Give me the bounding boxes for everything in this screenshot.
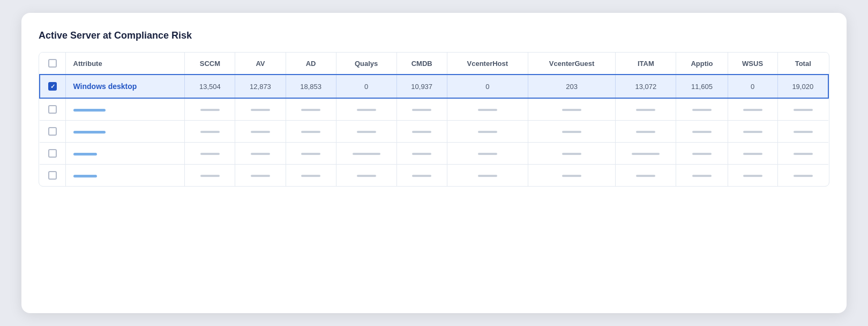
dash-indicator: [743, 131, 762, 133]
table-row[interactable]: [40, 98, 828, 121]
row-dash-cell: [286, 121, 336, 143]
dash-indicator: [562, 153, 581, 155]
table-row[interactable]: [40, 143, 828, 165]
dash-indicator: [636, 175, 655, 177]
dash-indicator: [357, 175, 376, 177]
attribute-bar: [73, 175, 97, 177]
table-row[interactable]: [40, 165, 828, 187]
header-wsus: WSUS: [728, 53, 777, 75]
row-checkbox-cell[interactable]: [40, 143, 65, 165]
dash-indicator: [562, 131, 581, 133]
select-all-checkbox[interactable]: [48, 59, 57, 68]
row-dash-cell: [235, 143, 286, 165]
row-ad-cell: 18,853: [286, 75, 336, 98]
row-dash-cell: [777, 98, 828, 121]
dash-indicator: [692, 109, 712, 111]
row-attribute-cell[interactable]: Windows desktop: [65, 75, 185, 98]
row-sccm-cell: 13,504: [185, 75, 235, 98]
row-dash-cell: [336, 121, 396, 143]
row-checkbox-cell[interactable]: [40, 75, 65, 98]
row-dash-cell: [676, 143, 728, 165]
dash-indicator: [200, 153, 220, 155]
header-qualys: Qualys: [336, 53, 396, 75]
dash-indicator: [562, 175, 581, 177]
header-vcenterhost: VcenterHost: [447, 53, 528, 75]
row-attribute-cell[interactable]: [65, 121, 185, 143]
dash-indicator: [794, 175, 813, 177]
row-dash-cell: [616, 143, 676, 165]
dash-indicator: [357, 131, 376, 133]
row-checkbox-cell[interactable]: [40, 98, 65, 121]
dash-indicator: [636, 131, 655, 133]
row-dash-cell: [396, 143, 447, 165]
row-dash-cell: [286, 98, 336, 121]
row-av-cell: 12,873: [235, 75, 286, 98]
row-dash-cell: [336, 98, 396, 121]
row-dash-cell: [676, 121, 728, 143]
dash-indicator: [478, 131, 497, 133]
row-attribute-cell[interactable]: [65, 143, 185, 165]
row-itam-cell: 13,072: [616, 75, 676, 98]
row-dash-cell: [528, 143, 615, 165]
row-dash-cell: [616, 121, 676, 143]
row-attribute-cell[interactable]: [65, 165, 185, 187]
row-checkbox-unchecked[interactable]: [48, 149, 57, 158]
row-dash-cell: [336, 143, 396, 165]
dash-indicator: [357, 109, 376, 111]
row-dash-cell: [447, 143, 528, 165]
row-dash-cell: [676, 165, 728, 187]
attribute-bar: [73, 131, 106, 134]
dash-indicator: [412, 109, 431, 111]
header-vcenterguest: VcenterGuest: [528, 53, 615, 75]
dash-indicator: [301, 109, 320, 111]
row-dash-cell: [447, 165, 528, 187]
dash-indicator: [301, 131, 320, 133]
row-dash-cell: [185, 165, 235, 187]
row-checkbox-cell[interactable]: [40, 165, 65, 187]
row-checkbox-unchecked[interactable]: [48, 127, 57, 136]
dash-indicator: [692, 153, 712, 155]
attribute-bar: [73, 109, 106, 112]
row-dash-cell: [396, 98, 447, 121]
table-row[interactable]: [40, 121, 828, 143]
row-dash-cell: [396, 121, 447, 143]
row-checkbox-checked[interactable]: [48, 82, 57, 91]
main-card: Active Server at Compliance Risk Attribu…: [21, 13, 847, 313]
row-dash-cell: [728, 98, 777, 121]
dash-indicator: [251, 131, 270, 133]
row-dash-cell: [777, 165, 828, 187]
dash-indicator: [251, 109, 270, 111]
header-total: Total: [777, 53, 828, 75]
dash-indicator: [412, 131, 431, 133]
header-checkbox[interactable]: [40, 53, 65, 75]
dash-indicator: [794, 153, 813, 155]
row-dash-cell: [728, 121, 777, 143]
row-checkbox-cell[interactable]: [40, 121, 65, 143]
row-dash-cell: [235, 121, 286, 143]
attribute-link-windows-desktop[interactable]: Windows desktop: [73, 82, 179, 91]
dash-indicator: [353, 153, 380, 155]
row-checkbox-unchecked[interactable]: [48, 105, 57, 114]
row-dash-cell: [676, 98, 728, 121]
dash-indicator: [478, 153, 497, 155]
row-checkbox-unchecked[interactable]: [48, 171, 57, 180]
row-dash-cell: [336, 165, 396, 187]
dash-indicator: [251, 175, 270, 177]
dash-indicator: [200, 109, 220, 111]
row-dash-cell: [447, 98, 528, 121]
row-dash-cell: [528, 98, 615, 121]
header-ad: AD: [286, 53, 336, 75]
dash-indicator: [478, 175, 497, 177]
row-vcenterhost-cell: 0: [447, 75, 528, 98]
dash-indicator: [251, 153, 270, 155]
dash-indicator: [743, 109, 762, 111]
dash-indicator: [794, 109, 813, 111]
row-attribute-cell[interactable]: [65, 98, 185, 121]
dash-indicator: [200, 131, 220, 133]
header-sccm: SCCM: [185, 53, 235, 75]
table-row-selected[interactable]: Windows desktop 13,504 12,873 18,853 0 1…: [40, 75, 828, 98]
row-dash-cell: [616, 165, 676, 187]
dash-indicator: [632, 153, 660, 155]
dash-indicator: [743, 175, 762, 177]
row-dash-cell: [185, 143, 235, 165]
